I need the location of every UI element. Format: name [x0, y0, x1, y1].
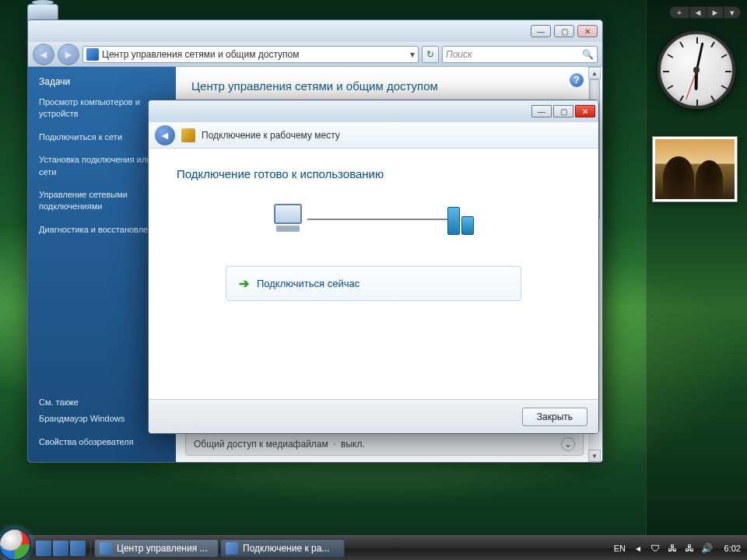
- search-icon: 🔍: [582, 49, 594, 60]
- connect-now-label: Подключиться сейчас: [257, 278, 359, 289]
- refresh-button[interactable]: ↻: [422, 46, 439, 63]
- minute-hand: [696, 42, 703, 70]
- network-icon[interactable]: 🖧: [683, 542, 696, 555]
- close-button[interactable]: ✕: [577, 25, 598, 37]
- sidebar-item[interactable]: Установка подключения или сети: [39, 154, 165, 178]
- media-sharing-state: выкл.: [341, 439, 365, 450]
- task-label: Центр управления ...: [117, 543, 207, 554]
- language-indicator[interactable]: EN: [612, 544, 627, 553]
- scroll-down-icon[interactable]: ▼: [588, 450, 601, 462]
- dialog-footer: Закрыть: [149, 399, 598, 433]
- connect-now-button[interactable]: ➔ Подключиться сейчас: [226, 266, 521, 301]
- media-sharing-row[interactable]: Общий доступ к медиафайлам ◦ выкл. ⌄: [185, 432, 584, 456]
- minimize-button[interactable]: —: [531, 25, 551, 37]
- task-buttons: Центр управления ... Подключение к ра...: [91, 539, 606, 558]
- close-dialog-button[interactable]: Закрыть: [522, 408, 587, 426]
- dialog-header-text: Подключение к рабочему месту: [202, 130, 340, 141]
- dialog-heading: Подключение готово к использованию: [177, 167, 570, 180]
- taskbar-item-connection-wizard[interactable]: Подключение к ра...: [220, 539, 345, 558]
- sidebar-item[interactable]: Диагностика и восстановление: [39, 224, 165, 236]
- gadget-controls: + ◄ ► ▾: [669, 6, 741, 19]
- gadget-prev-button[interactable]: ◄: [689, 6, 707, 19]
- explorer-titlebar[interactable]: — ▢ ✕: [28, 20, 602, 42]
- tray-hidden-icon[interactable]: ◂: [632, 542, 644, 555]
- back-button[interactable]: ◄: [33, 44, 54, 65]
- sidebar-item[interactable]: Просмотр компьютеров и устройств: [39, 96, 165, 121]
- address-bar[interactable]: Центр управления сетями и общим доступом…: [82, 46, 419, 63]
- taskbar: Центр управления ... Подключение к ра...…: [0, 535, 747, 560]
- page-title: Центр управления сетями и общим доступом: [191, 79, 587, 93]
- slideshow-gadget[interactable]: [652, 136, 738, 202]
- slideshow-image: [655, 139, 735, 199]
- dialog-header: ◄ Подключение к рабочему месту: [149, 122, 598, 149]
- media-sharing-label: Общий доступ к медиафайлам: [194, 439, 328, 450]
- network-center-icon: [86, 48, 99, 61]
- scroll-up-icon[interactable]: ▲: [588, 67, 601, 79]
- search-placeholder: Поиск: [446, 49, 472, 60]
- arrow-right-icon: ➔: [239, 276, 249, 291]
- connection-graphic: [177, 204, 570, 235]
- workplace-icon: [181, 128, 195, 142]
- quick-launch-item[interactable]: [70, 541, 86, 556]
- gadget-next-button[interactable]: ►: [707, 6, 724, 19]
- taskbar-item-network-center[interactable]: Центр управления ...: [94, 539, 219, 558]
- forward-button[interactable]: ►: [58, 44, 79, 65]
- help-icon[interactable]: ?: [570, 73, 584, 87]
- switch-windows-icon[interactable]: [53, 541, 68, 556]
- maximize-button[interactable]: ▢: [554, 25, 574, 37]
- task-label: Подключение к ра...: [243, 543, 329, 554]
- server-icon: [447, 204, 479, 235]
- dialog-body: Подключение готово к использованию ➔ Под…: [149, 149, 598, 399]
- network-icon[interactable]: 🖧: [666, 542, 679, 555]
- gadget-menu-button[interactable]: ▾: [724, 6, 741, 19]
- security-icon[interactable]: 🛡: [649, 542, 661, 555]
- quick-launch: [31, 541, 91, 556]
- sidebar-header: Задачи: [39, 76, 165, 87]
- sidebar-see-also-item[interactable]: Брандмауэр Windows: [39, 413, 165, 425]
- dialog-maximize-button[interactable]: ▢: [553, 105, 573, 117]
- connection-line-icon: [307, 219, 447, 220]
- clock-gadget[interactable]: [658, 31, 735, 109]
- volume-icon[interactable]: 🔊: [700, 542, 713, 555]
- search-input[interactable]: Поиск 🔍: [442, 46, 598, 63]
- dialog-close-button[interactable]: ✕: [575, 105, 595, 117]
- address-text: Центр управления сетями и общим доступом: [102, 49, 407, 60]
- computer-icon: [268, 204, 307, 235]
- chevron-down-icon[interactable]: ⌄: [561, 437, 575, 451]
- network-center-icon: [100, 542, 112, 555]
- sidebar-item[interactable]: Управление сетевыми подключениями: [39, 189, 165, 213]
- gadget-add-button[interactable]: +: [669, 6, 689, 19]
- clock[interactable]: 6:02: [717, 544, 741, 553]
- workplace-icon: [226, 542, 238, 555]
- sidebar-see-also-item[interactable]: Свойства обозревателя: [39, 436, 165, 448]
- connection-wizard-dialog: — ▢ ✕ ◄ Подключение к рабочему месту Под…: [148, 100, 599, 434]
- explorer-navbar: ◄ ► Центр управления сетями и общим дост…: [28, 42, 602, 67]
- dialog-back-button[interactable]: ◄: [155, 125, 175, 145]
- dialog-minimize-button[interactable]: —: [531, 105, 552, 117]
- address-dropdown-icon[interactable]: ▾: [410, 49, 415, 60]
- see-also-header: См. также: [39, 397, 165, 407]
- start-button[interactable]: [0, 528, 31, 561]
- dialog-titlebar[interactable]: — ▢ ✕: [149, 100, 598, 122]
- show-desktop-icon[interactable]: [36, 541, 51, 556]
- sidebar-item[interactable]: Подключиться к сети: [39, 131, 165, 143]
- system-tray: EN ◂ 🛡 🖧 🖧 🔊 6:02: [606, 542, 747, 555]
